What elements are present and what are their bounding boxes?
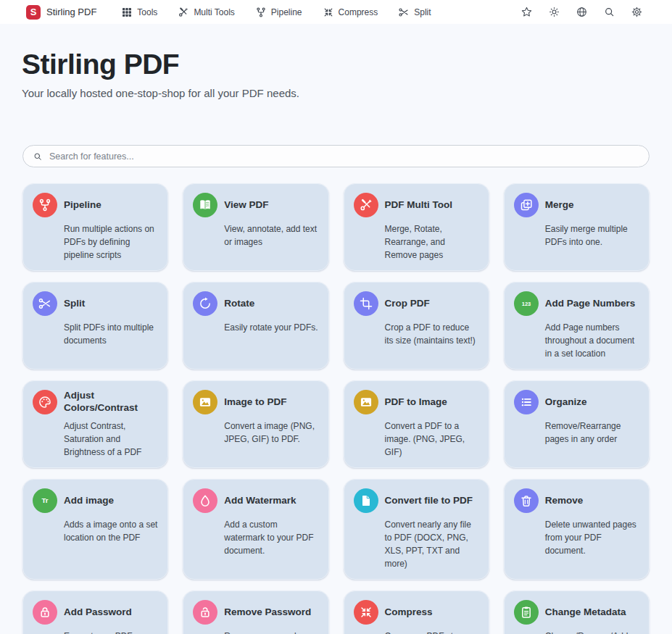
- merge-icon: [514, 193, 539, 217]
- search-input[interactable]: [49, 151, 639, 162]
- search-icon[interactable]: [603, 6, 615, 18]
- nav-menu: Tools Multi Tools Pipeline Compress Spli…: [121, 7, 431, 18]
- card-header: Remove: [514, 488, 639, 513]
- card-title: Pipeline: [64, 199, 101, 212]
- card-title: Compress: [385, 606, 433, 619]
- numbers-icon: 123: [514, 291, 539, 316]
- card-title: Rotate: [224, 298, 254, 310]
- stirling-logo-icon: S: [26, 5, 41, 20]
- card-title: Remove: [545, 495, 584, 507]
- theme-sun-icon[interactable]: [548, 6, 560, 18]
- tool-card-image-to-pdf[interactable]: Image to PDFConvert a image (PNG, JPEG, …: [183, 380, 328, 468]
- card-description: Encrypt your PDF document with a passwor…: [64, 630, 158, 634]
- tool-card-adjust-colors-contrast[interactable]: Adjust Colors/ContrastAdjust Contrast, S…: [22, 380, 168, 468]
- trash-icon: [514, 488, 539, 513]
- tool-card-view-pdf[interactable]: View PDFView, annotate, add text or imag…: [183, 183, 328, 271]
- card-header: TrAdd image: [33, 488, 158, 513]
- tool-card-remove[interactable]: RemoveDelete unwanted pages from your PD…: [504, 479, 650, 580]
- card-title: PDF Multi Tool: [385, 199, 452, 212]
- card-description: Add Page numbers throughout a document i…: [545, 321, 639, 360]
- lock-icon: [33, 600, 57, 625]
- nav-item-compress[interactable]: Compress: [323, 7, 378, 18]
- tools-icon: [178, 7, 189, 18]
- list-icon: [514, 390, 539, 414]
- brand-home-link[interactable]: S Stirling PDF: [26, 5, 96, 20]
- tool-card-add-password[interactable]: Add PasswordEncrypt your PDF document wi…: [22, 591, 168, 634]
- grid-icon: [121, 7, 133, 18]
- navbar-actions: [520, 6, 643, 18]
- tool-card-pipeline[interactable]: PipelineRun multiple actions on PDFs by …: [22, 183, 168, 271]
- tool-card-merge[interactable]: MergeEasily merge multiple PDFs into one…: [504, 183, 650, 271]
- tool-card-grid: PipelineRun multiple actions on PDFs by …: [22, 183, 650, 634]
- card-description: View, annotate, add text or images: [224, 222, 318, 249]
- card-title: Add Watermark: [224, 495, 296, 507]
- tool-card-convert-file-to-pdf[interactable]: Convert file to PDFConvert nearly any fi…: [344, 479, 489, 580]
- card-description: Remove/Rearrange pages in any order: [545, 420, 639, 446]
- card-header: Change Metadata: [514, 600, 639, 625]
- nav-item-pipeline[interactable]: Pipeline: [255, 7, 302, 18]
- nav-item-label: Split: [414, 7, 431, 17]
- book-icon: [193, 193, 217, 217]
- card-title: Image to PDF: [224, 396, 286, 409]
- tool-card-organize[interactable]: OrganizeRemove/Rearrange pages in any or…: [504, 380, 650, 468]
- compress-icon: [354, 600, 378, 625]
- card-description: Easily rotate your PDFs.: [224, 321, 318, 334]
- nav-item-split[interactable]: Split: [398, 7, 431, 18]
- card-description: Adjust Contrast, Saturation and Brightne…: [64, 420, 158, 459]
- top-navbar: S Stirling PDF Tools Multi Tools Pipelin…: [0, 0, 672, 24]
- favourites-star-icon[interactable]: [520, 6, 533, 18]
- card-title: Change Metadata: [545, 606, 626, 619]
- card-header: Add Password: [33, 600, 158, 625]
- card-header: PDF to Image: [354, 390, 479, 414]
- card-header: 123Add Page Numbers: [514, 291, 639, 316]
- card-title: Crop PDF: [385, 298, 430, 310]
- tool-card-pdf-to-image[interactable]: PDF to ImageConvert a PDF to a image. (P…: [344, 380, 489, 468]
- nav-item-tools[interactable]: Tools: [121, 7, 157, 18]
- card-description: Add a custom watermark to your PDF docum…: [224, 518, 318, 557]
- card-header: PDF Multi Tool: [354, 193, 479, 217]
- hero-section: Stirling PDF Your locally hosted one-sto…: [0, 49, 672, 99]
- file-icon: [354, 488, 378, 513]
- nav-item-label: Compress: [339, 7, 378, 17]
- card-header: Merge: [514, 193, 639, 217]
- card-title: Remove Password: [224, 606, 311, 619]
- card-title: Convert file to PDF: [385, 495, 473, 507]
- tool-card-add-page-numbers[interactable]: 123Add Page NumbersAdd Page numbers thro…: [504, 282, 650, 370]
- tool-card-rotate[interactable]: RotateEasily rotate your PDFs.: [183, 282, 328, 370]
- rotate-icon: [193, 291, 217, 316]
- card-header: Crop PDF: [354, 291, 479, 316]
- card-description: Convert a image (PNG, JPEG, GIF) to PDF.: [224, 420, 318, 446]
- card-description: Remove password protection from your PDF…: [224, 630, 318, 634]
- tool-card-add-watermark[interactable]: Add WatermarkAdd a custom watermark to y…: [183, 479, 328, 580]
- page-subtitle: Your locally hosted one-stop-shop for al…: [22, 87, 650, 99]
- card-header: Organize: [514, 390, 639, 414]
- text-tr-icon: Tr: [33, 488, 57, 513]
- pipeline-icon: [33, 193, 57, 217]
- card-header: View PDF: [193, 193, 318, 217]
- card-description: Convert a PDF to a image. (PNG, JPEG, GI…: [385, 420, 479, 459]
- crop-icon: [354, 291, 378, 316]
- nav-item-multi-tools[interactable]: Multi Tools: [178, 7, 234, 18]
- tool-card-split[interactable]: SplitSplit PDFs into multiple documents: [22, 282, 168, 370]
- tool-card-remove-password[interactable]: Remove PasswordRemove password protectio…: [183, 591, 328, 634]
- feature-search-bar[interactable]: [22, 145, 650, 167]
- card-header: Adjust Colors/Contrast: [33, 390, 158, 414]
- image-icon: [193, 390, 217, 414]
- card-header: Remove Password: [193, 600, 318, 625]
- tool-card-change-metadata[interactable]: Change MetadataChange/Remove/Add metadat…: [504, 591, 650, 634]
- card-title: Add Password: [64, 606, 132, 619]
- scissors-icon: [33, 291, 57, 316]
- language-globe-icon[interactable]: [576, 6, 588, 18]
- card-title: Merge: [545, 199, 574, 212]
- settings-gear-icon[interactable]: [631, 6, 643, 18]
- droplet-icon: [193, 488, 217, 513]
- clipboard-icon: [514, 600, 539, 625]
- tool-card-crop-pdf[interactable]: Crop PDFCrop a PDF to reduce its size (m…: [344, 282, 489, 370]
- card-description: Convert nearly any file to PDF (DOCX, PN…: [385, 518, 479, 570]
- tool-card-compress[interactable]: CompressCompress PDFs to reduce their fi…: [344, 591, 489, 634]
- card-description: Easily merge multiple PDFs into one.: [545, 222, 639, 249]
- scissors-icon: [398, 7, 410, 18]
- tool-card-pdf-multi-tool[interactable]: PDF Multi ToolMerge, Rotate, Rearrange, …: [344, 183, 489, 271]
- tool-card-add-image[interactable]: TrAdd imageAdds a image onto a set locat…: [22, 479, 168, 580]
- card-description: Run multiple actions on PDFs by defining…: [64, 222, 158, 262]
